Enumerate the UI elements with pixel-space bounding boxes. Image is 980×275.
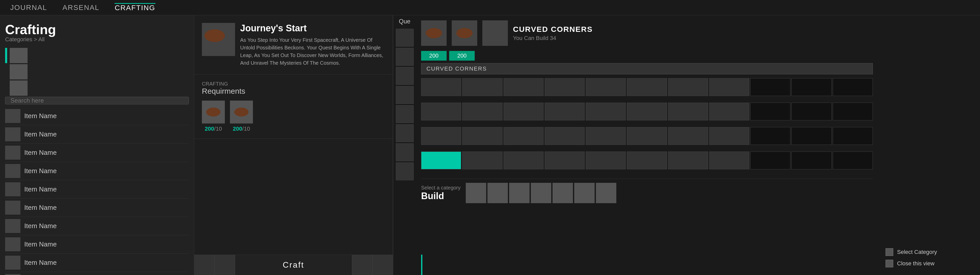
queue-slot-6[interactable]	[396, 143, 414, 161]
build-category-slots	[466, 183, 616, 203]
build-cat-slot[interactable]	[487, 183, 508, 203]
req-need-1: /10	[242, 125, 250, 132]
legend-label-close: Close this view	[897, 260, 935, 267]
build-cell[interactable]	[504, 78, 544, 96]
build-cell[interactable]	[545, 78, 585, 96]
item-thumbnail	[5, 237, 21, 251]
category-thumb-1	[10, 64, 27, 79]
req-have-0: 200	[205, 125, 214, 132]
list-item[interactable]: Item Name	[5, 144, 189, 162]
build-cell[interactable]	[668, 127, 708, 145]
build-cell[interactable]	[462, 103, 502, 120]
svg-point-3	[426, 28, 442, 38]
build-cell[interactable]	[462, 78, 502, 96]
build-cell[interactable]	[586, 152, 626, 169]
build-cell[interactable]	[504, 103, 544, 120]
queue-slot-0[interactable]	[396, 29, 414, 47]
build-cell[interactable]	[421, 127, 461, 145]
requirements-title: Requirments	[202, 87, 385, 95]
queue-slot-1[interactable]	[396, 48, 414, 66]
build-cell[interactable]	[462, 127, 502, 145]
build-cell[interactable]	[586, 78, 626, 96]
build-cell[interactable]	[504, 127, 544, 145]
build-cell[interactable]	[545, 152, 585, 169]
craft-button[interactable]: Craft	[235, 255, 352, 275]
build-cell[interactable]	[504, 152, 544, 169]
build-cell[interactable]	[627, 103, 667, 120]
build-cell[interactable]	[668, 152, 708, 169]
build-cat-slot[interactable]	[509, 183, 530, 203]
queue-slot-3[interactable]	[396, 86, 414, 104]
queue-slot-2[interactable]	[396, 67, 414, 85]
queue-slot-7[interactable]	[396, 163, 414, 180]
build-cell-silhouette	[750, 152, 791, 169]
build-cell-silhouette	[833, 152, 873, 169]
list-item[interactable]: Item Name	[5, 272, 189, 275]
category-indicator-2	[5, 81, 7, 96]
right-panel: CURVED CORNERS You Can Build 34 200 200 …	[416, 15, 878, 275]
list-item[interactable]: Item Name	[5, 162, 189, 180]
build-cell[interactable]	[709, 127, 749, 145]
build-cell[interactable]	[545, 103, 585, 120]
category-row-active[interactable]	[5, 48, 189, 63]
category-thumb-2	[10, 81, 27, 96]
build-cell[interactable]	[668, 103, 708, 120]
svg-point-2	[234, 108, 248, 117]
build-cell[interactable]	[627, 152, 667, 169]
list-item[interactable]: Item Name	[5, 199, 189, 217]
build-cell-silhouette	[750, 78, 791, 96]
build-item-info: CURVED CORNERS You Can Build 34	[513, 25, 593, 41]
requirements-section: Crafting Requirments 200/10 200/1	[194, 74, 393, 139]
nav-crafting[interactable]: CRAFTING	[115, 3, 155, 12]
build-cell[interactable]	[627, 127, 667, 145]
item-thumbnail	[5, 127, 21, 141]
build-cell[interactable]	[627, 78, 667, 96]
build-top: CURVED CORNERS You Can Build 34	[421, 21, 873, 46]
build-cell[interactable]	[586, 127, 626, 145]
build-cell[interactable]	[462, 152, 502, 169]
req-item-1: 200/10	[230, 101, 253, 132]
queue-slot-5[interactable]	[396, 124, 414, 142]
page-title: Crafting	[5, 23, 189, 36]
build-cat-slot[interactable]	[596, 183, 616, 203]
build-cat-slot[interactable]	[574, 183, 595, 203]
list-item[interactable]: Item Name	[5, 235, 189, 254]
build-category-label: Select a category	[421, 185, 461, 191]
item-thumbnail	[5, 274, 21, 275]
build-cell[interactable]	[421, 103, 461, 120]
list-item[interactable]: Item Name	[5, 254, 189, 272]
build-cat-slot[interactable]	[466, 183, 486, 203]
category-row-1[interactable]	[5, 64, 189, 79]
build-cat-slot[interactable]	[552, 183, 573, 203]
category-list	[5, 48, 189, 97]
list-item[interactable]: Item Name	[5, 125, 189, 144]
legend-swatch-close	[886, 260, 893, 267]
search-input[interactable]	[5, 97, 189, 104]
build-cell[interactable]	[709, 152, 749, 169]
craft-slot-left2	[215, 255, 235, 275]
category-row-2[interactable]	[5, 81, 189, 96]
top-nav: JOURNAL ARSENAL CRAFTING	[0, 0, 980, 15]
item-thumbnail	[5, 256, 21, 270]
build-cell[interactable]	[421, 78, 461, 96]
svg-point-4	[456, 28, 473, 38]
list-item[interactable]: Item Name	[5, 180, 189, 199]
build-cell-active[interactable]	[421, 152, 461, 169]
item-list: Item Name Item Name Item Name Item Name …	[5, 107, 189, 275]
nav-journal[interactable]: JOURNAL	[10, 3, 47, 12]
build-cell[interactable]	[709, 78, 749, 96]
category-thumb	[10, 48, 27, 63]
queue-slot-4[interactable]	[396, 105, 414, 123]
req-item-image-1	[230, 101, 253, 123]
build-cat-slot[interactable]	[531, 183, 551, 203]
count-badge-1: 200	[449, 51, 475, 61]
nav-arsenal[interactable]: ARSENAL	[62, 3, 100, 12]
build-cell[interactable]	[545, 127, 585, 145]
build-cell[interactable]	[586, 103, 626, 120]
list-item[interactable]: Item Name	[5, 217, 189, 235]
category-indicator	[5, 64, 7, 79]
build-cell[interactable]	[668, 78, 708, 96]
build-cell[interactable]	[709, 103, 749, 120]
req-item-image-0	[202, 101, 225, 123]
list-item[interactable]: Item Name	[5, 107, 189, 125]
